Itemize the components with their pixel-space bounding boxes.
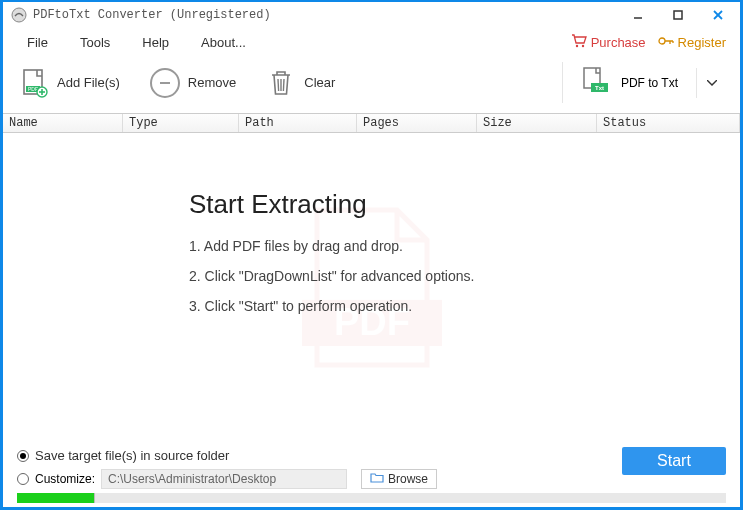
- minimize-button[interactable]: [618, 3, 658, 27]
- convert-mode-button[interactable]: Txt PDF to Txt: [573, 62, 686, 103]
- customize-label: Customize:: [35, 472, 95, 486]
- instructions-heading: Start Extracting: [189, 189, 474, 220]
- menu-file[interactable]: File: [17, 31, 58, 54]
- app-icon: [11, 7, 27, 23]
- column-status[interactable]: Status: [597, 114, 740, 132]
- svg-line-15: [278, 79, 279, 91]
- add-files-label: Add File(s): [57, 75, 120, 90]
- pdf-to-txt-icon: Txt: [581, 66, 611, 99]
- bottom-panel: Save target file(s) in source folder Cus…: [3, 442, 740, 507]
- column-path[interactable]: Path: [239, 114, 357, 132]
- svg-point-6: [581, 44, 583, 46]
- titlebar: PDFtoTxt Converter (Unregistered): [3, 2, 740, 28]
- save-in-source-radio[interactable]: [17, 450, 29, 462]
- svg-rect-2: [674, 11, 682, 19]
- purchase-label: Purchase: [591, 35, 646, 50]
- instruction-step-1: 1. Add PDF files by drag and drop.: [189, 238, 474, 254]
- convert-mode-dropdown[interactable]: [696, 68, 726, 98]
- purchase-link[interactable]: Purchase: [571, 34, 646, 51]
- svg-line-17: [284, 79, 285, 91]
- convert-mode-label: PDF to Txt: [621, 76, 678, 90]
- svg-point-0: [12, 8, 26, 22]
- progress-bar: [17, 493, 726, 503]
- table-header: Name Type Path Pages Size Status: [3, 113, 740, 133]
- cart-icon: [571, 34, 587, 51]
- add-file-icon: PDF: [19, 68, 49, 98]
- column-name[interactable]: Name: [3, 114, 123, 132]
- add-files-button[interactable]: PDF Add File(s): [17, 66, 126, 100]
- browse-button[interactable]: Browse: [361, 469, 437, 489]
- window-title: PDFtoTxt Converter (Unregistered): [33, 8, 271, 22]
- column-size[interactable]: Size: [477, 114, 597, 132]
- instruction-step-3: 3. Click "Start" to perform operation.: [189, 298, 474, 314]
- menu-about[interactable]: About...: [191, 31, 256, 54]
- save-in-source-label: Save target file(s) in source folder: [35, 448, 229, 463]
- instruction-step-2: 2. Click "DragDownList" for advanced opt…: [189, 268, 474, 284]
- remove-button[interactable]: Remove: [148, 66, 242, 100]
- maximize-button[interactable]: [658, 3, 698, 27]
- remove-label: Remove: [188, 75, 236, 90]
- remove-icon: [150, 68, 180, 98]
- chevron-down-icon: [707, 80, 717, 86]
- menu-tools[interactable]: Tools: [70, 31, 120, 54]
- instructions: Start Extracting 1. Add PDF files by dra…: [189, 189, 474, 328]
- register-link[interactable]: Register: [658, 34, 726, 51]
- customize-radio[interactable]: [17, 473, 29, 485]
- column-type[interactable]: Type: [123, 114, 239, 132]
- toolbar: PDF Add File(s) Remove Clear Txt PDF to …: [3, 56, 740, 113]
- clear-button[interactable]: Clear: [264, 66, 341, 100]
- close-button[interactable]: [698, 3, 738, 27]
- column-pages[interactable]: Pages: [357, 114, 477, 132]
- svg-point-5: [575, 44, 577, 46]
- clear-label: Clear: [304, 75, 335, 90]
- menubar: File Tools Help About... Purchase Regist…: [3, 28, 740, 56]
- output-path-input[interactable]: C:\Users\Administrator\Desktop: [101, 469, 347, 489]
- svg-text:Txt: Txt: [595, 85, 604, 91]
- progress-fill: [17, 493, 95, 503]
- menu-help[interactable]: Help: [132, 31, 179, 54]
- browse-label: Browse: [388, 472, 428, 486]
- folder-icon: [370, 472, 384, 486]
- register-label: Register: [678, 35, 726, 50]
- file-list-area[interactable]: PDF Start Extracting 1. Add PDF files by…: [3, 133, 740, 442]
- trash-icon: [266, 68, 296, 98]
- start-button[interactable]: Start: [622, 447, 726, 475]
- key-icon: [658, 34, 674, 51]
- svg-point-7: [659, 38, 665, 44]
